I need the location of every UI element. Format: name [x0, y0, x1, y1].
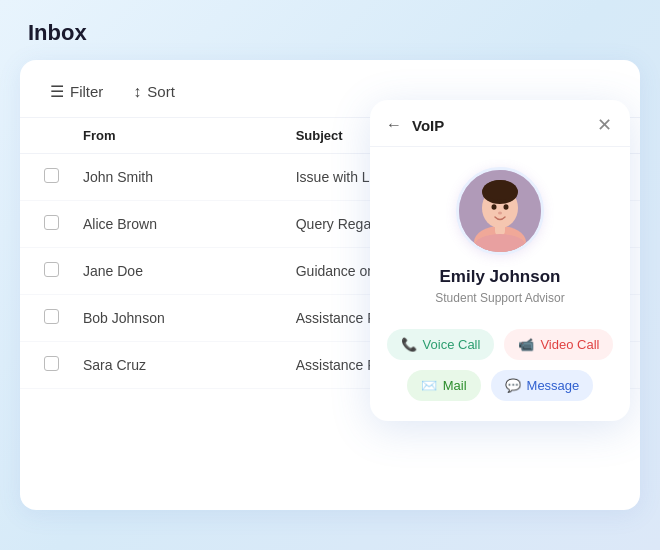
voip-avatar-section: Emily Johnson Student Support Advisor [370, 147, 630, 317]
message-button[interactable]: 💬 Message [491, 370, 594, 401]
row-checkbox-cell [20, 154, 75, 201]
row-checkbox[interactable] [44, 309, 59, 324]
video-call-icon: 📹 [518, 337, 534, 352]
svg-point-8 [498, 212, 502, 215]
row-checkbox[interactable] [44, 356, 59, 371]
voip-action-row-1: 📞 Voice Call 📹 Video Call [388, 329, 612, 360]
voice-call-icon: 📞 [401, 337, 417, 352]
voip-back-button[interactable]: ← [384, 116, 404, 134]
row-checkbox-cell [20, 342, 75, 389]
row-checkbox[interactable] [44, 262, 59, 277]
voip-action-row-2: ✉️ Mail 💬 Message [388, 370, 612, 401]
mail-label: Mail [443, 378, 467, 393]
voip-title: VoIP [412, 117, 444, 134]
row-checkbox-cell [20, 248, 75, 295]
row-from: Bob Johnson [75, 295, 288, 342]
voip-actions: 📞 Voice Call 📹 Video Call ✉️ Mail 💬 [370, 317, 630, 401]
sort-button[interactable]: ↕ Sort [127, 79, 181, 105]
video-call-button[interactable]: 📹 Video Call [504, 329, 613, 360]
svg-point-5 [484, 180, 516, 200]
message-icon: 💬 [505, 378, 521, 393]
avatar-image [459, 170, 541, 252]
filter-icon: ☰ [50, 82, 64, 101]
row-checkbox[interactable] [44, 168, 59, 183]
voip-header-left: ← VoIP [384, 116, 444, 134]
sort-label: Sort [147, 83, 175, 100]
voice-call-label: Voice Call [423, 337, 481, 352]
message-label: Message [527, 378, 580, 393]
checkbox-header [20, 118, 75, 154]
row-from: Sara Cruz [75, 342, 288, 389]
mail-button[interactable]: ✉️ Mail [407, 370, 481, 401]
filter-button[interactable]: ☰ Filter [44, 78, 109, 105]
mail-icon: ✉️ [421, 378, 437, 393]
from-header: From [75, 118, 288, 154]
row-from: John Smith [75, 154, 288, 201]
contact-role: Student Support Advisor [435, 291, 564, 305]
svg-point-6 [492, 204, 497, 210]
inbox-title: Inbox [20, 20, 640, 46]
svg-point-7 [504, 204, 509, 210]
voice-call-button[interactable]: 📞 Voice Call [387, 329, 495, 360]
avatar [456, 167, 544, 255]
voip-header: ← VoIP ✕ [370, 100, 630, 147]
row-checkbox-cell [20, 295, 75, 342]
row-checkbox[interactable] [44, 215, 59, 230]
sort-icon: ↕ [133, 83, 141, 101]
voip-popup: ← VoIP ✕ [370, 100, 630, 421]
row-from: Alice Brown [75, 201, 288, 248]
row-checkbox-cell [20, 201, 75, 248]
voip-close-button[interactable]: ✕ [597, 114, 612, 136]
video-call-label: Video Call [540, 337, 599, 352]
contact-name: Emily Johnson [440, 267, 561, 287]
row-from: Jane Doe [75, 248, 288, 295]
filter-label: Filter [70, 83, 103, 100]
main-card: ☰ Filter ↕ Sort From Subject Date [20, 60, 640, 510]
